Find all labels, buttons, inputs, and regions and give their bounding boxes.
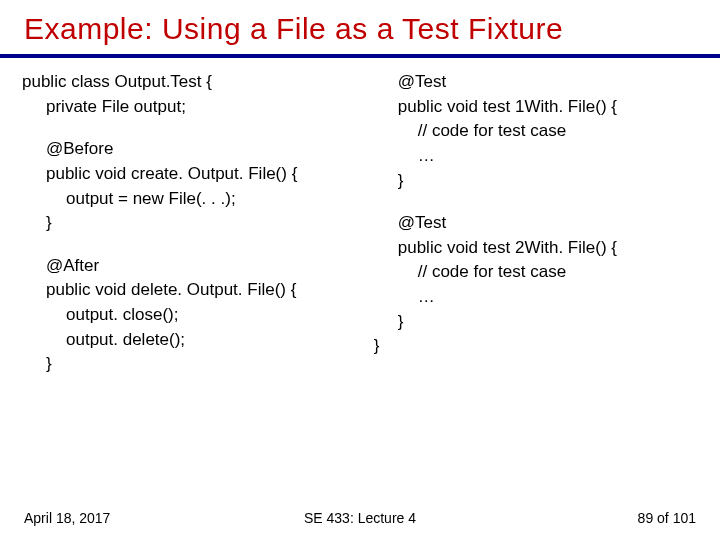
code-line: output. delete(); (22, 328, 374, 353)
code-line: output = new File(. . .); (22, 187, 374, 212)
code-block-after: @After public void delete. Output. File(… (22, 254, 374, 377)
code-line: } (22, 352, 374, 377)
code-line: } (374, 334, 704, 359)
code-line: … (374, 144, 704, 169)
code-line: public void create. Output. File() { (22, 162, 374, 187)
code-block-test2: @Test public void test 2With. File() { /… (374, 211, 704, 359)
slide-footer: April 18, 2017 SE 433: Lecture 4 89 of 1… (0, 510, 720, 526)
content-columns: public class Output.Test { private File … (0, 58, 720, 395)
code-line: public class Output.Test { (22, 70, 374, 95)
footer-date: April 18, 2017 (24, 510, 110, 526)
code-line: output. close(); (22, 303, 374, 328)
code-line: public void delete. Output. File() { (22, 278, 374, 303)
code-line: @After (22, 254, 374, 279)
slide-title: Example: Using a File as a Test Fixture (0, 0, 720, 54)
code-line: } (374, 310, 704, 335)
code-line: // code for test case (374, 260, 704, 285)
slide: Example: Using a File as a Test Fixture … (0, 0, 720, 540)
code-line: public void test 1With. File() { (374, 95, 704, 120)
left-column: public class Output.Test { private File … (16, 70, 374, 395)
code-line: @Before (22, 137, 374, 162)
code-line: } (374, 169, 704, 194)
code-line: @Test (374, 211, 704, 236)
footer-page: 89 of 101 (638, 510, 696, 526)
code-line: public void test 2With. File() { (374, 236, 704, 261)
code-line: private File output; (22, 95, 374, 120)
code-block-test1: @Test public void test 1With. File() { /… (374, 70, 704, 193)
code-block-class-decl: public class Output.Test { private File … (22, 70, 374, 119)
code-line: @Test (374, 70, 704, 95)
code-line: // code for test case (374, 119, 704, 144)
right-column: @Test public void test 1With. File() { /… (374, 70, 704, 395)
code-line: } (22, 211, 374, 236)
code-block-before: @Before public void create. Output. File… (22, 137, 374, 236)
code-line: … (374, 285, 704, 310)
